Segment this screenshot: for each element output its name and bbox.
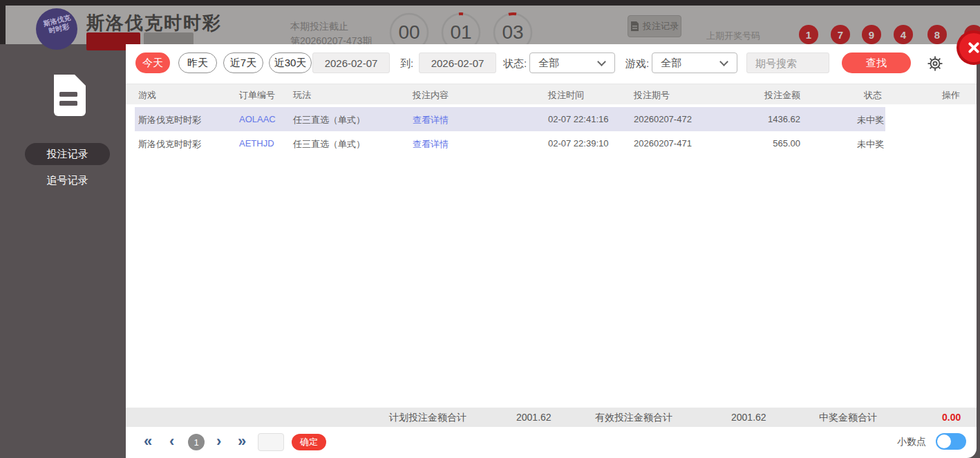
cell-period: 20260207-471 xyxy=(634,138,692,149)
col-action: 操作 xyxy=(942,89,960,102)
status-select[interactable]: 全部 xyxy=(529,53,615,73)
filter-7days-button[interactable]: 近7天 xyxy=(223,53,263,73)
close-button-face xyxy=(959,33,980,62)
screen: 斯洛伐克 时时彩 斯洛伐克时时彩 本期投注截止 第20260207-473期 0… xyxy=(0,0,980,458)
col-status: 状态 xyxy=(864,89,882,102)
cell-game: 斯洛伐克时时彩 xyxy=(138,138,201,151)
search-button[interactable]: 查找 xyxy=(842,53,911,73)
plan-total-value: 2001.62 xyxy=(516,412,552,423)
draw-ball: 1 xyxy=(799,25,818,44)
col-order: 订单编号 xyxy=(239,89,275,102)
col-period: 投注期号 xyxy=(634,89,670,102)
col-amount: 投注金额 xyxy=(759,89,800,102)
first-page-button[interactable]: « xyxy=(144,431,152,452)
cell-time: 02-07 22:39:10 xyxy=(548,138,608,149)
date-from-input[interactable] xyxy=(312,53,390,73)
page-confirm-button[interactable]: 确定 xyxy=(292,434,326,450)
filter-today-button[interactable]: 今天 xyxy=(135,53,170,73)
decimal-toggle-label: 小数点 xyxy=(897,436,926,448)
cell-period: 20260207-472 xyxy=(634,114,692,124)
cell-order-link[interactable]: AETHJD xyxy=(239,138,274,149)
game-select-value: 全部 xyxy=(661,57,721,70)
view-details-link[interactable]: 查看详情 xyxy=(413,114,449,126)
col-time: 投注时间 xyxy=(548,89,584,102)
cell-play: 任三直选（单式） xyxy=(293,138,365,151)
left-strip xyxy=(0,6,6,44)
gear-icon[interactable] xyxy=(926,55,944,75)
lottery-logo-text: 斯洛伐克 时时彩 xyxy=(40,13,76,37)
prev-page-button[interactable]: ‹ xyxy=(169,431,174,452)
bet-records-modal: 今天 昨天 近7天 近30天 到: 状态: 全部 游戏: 全部 查找 xyxy=(126,44,977,458)
game-select[interactable]: 全部 xyxy=(652,53,737,73)
cell-amount: 565.00 xyxy=(713,138,800,149)
view-details-link[interactable]: 查看详情 xyxy=(413,138,449,151)
valid-total-label: 有效投注金额合计 xyxy=(595,412,672,424)
toggle-knob xyxy=(937,435,951,448)
cell-amount: 1436.62 xyxy=(713,114,800,124)
records-file-icon xyxy=(48,73,88,116)
status-select-value: 全部 xyxy=(538,57,599,70)
cell-play: 任三直选（单式） xyxy=(293,114,365,126)
date-to-input[interactable] xyxy=(419,53,496,73)
col-play: 玩法 xyxy=(293,89,311,102)
date-to-label: 到: xyxy=(400,57,413,70)
col-content: 投注内容 xyxy=(413,89,449,102)
draw-ball: 4 xyxy=(894,25,913,44)
lottery-logo: 斯洛伐克 时时彩 xyxy=(36,8,77,50)
top-strip xyxy=(0,0,980,6)
cell-time: 02-07 22:41:16 xyxy=(548,114,608,124)
last-draw-label: 上期开奖号码 xyxy=(706,30,760,42)
filter-yesterday-button[interactable]: 昨天 xyxy=(178,53,217,73)
cell-status: 未中奖 xyxy=(857,114,884,126)
summary-bar: 计划投注金额合计 2001.62 有效投注金额合计 2001.62 中奖金额合计… xyxy=(126,408,977,427)
decimal-toggle[interactable] xyxy=(936,433,966,450)
current-page-indicator[interactable]: 1 xyxy=(188,434,205,450)
status-label: 状态: xyxy=(503,57,527,70)
bet-record-header-button[interactable]: 投注记录 xyxy=(628,15,681,37)
draw-ball: 8 xyxy=(927,25,947,44)
win-total-label: 中奖金额合计 xyxy=(819,412,877,424)
cell-status: 未中奖 xyxy=(857,138,884,151)
cell-game: 斯洛伐克时时彩 xyxy=(138,114,201,126)
sidebar-item-chase-records[interactable]: 追号记录 xyxy=(25,173,110,188)
cell-order-link[interactable]: AOLAAC xyxy=(239,114,276,124)
chevron-down-icon xyxy=(597,57,606,66)
chevron-down-icon xyxy=(719,57,728,66)
deadline-label: 本期投注截止 xyxy=(290,21,348,33)
filter-30days-button[interactable]: 近30天 xyxy=(269,53,312,73)
sidebar-item-bet-records[interactable]: 投注记录 xyxy=(25,143,110,165)
draw-ball: 7 xyxy=(831,25,850,44)
bet-record-header-label: 投注记录 xyxy=(643,20,679,32)
pagination: « ‹ 1 › » 确定 小数点 xyxy=(126,427,977,458)
last-page-button[interactable]: » xyxy=(238,431,246,452)
page-number-input[interactable] xyxy=(258,433,284,451)
col-game: 游戏 xyxy=(138,89,156,102)
valid-total-value: 2001.62 xyxy=(731,412,766,423)
document-icon xyxy=(630,21,639,32)
period-search-input[interactable] xyxy=(746,53,829,73)
win-total-value: 0.00 xyxy=(942,412,961,423)
draw-ball: 9 xyxy=(862,25,881,44)
table-row[interactable]: 斯洛伐克时时彩 AETHJD 任三直选（单式） 查看详情 02-07 22:39… xyxy=(126,131,977,155)
table-row[interactable]: 斯洛伐克时时彩 AOLAAC 任三直选（单式） 查看详情 02-07 22:41… xyxy=(126,107,977,131)
plan-total-label: 计划投注金额合计 xyxy=(389,412,467,424)
page-title: 斯洛伐克时时彩 xyxy=(86,11,222,35)
table-header: 游戏 订单编号 玩法 投注内容 投注时间 投注期号 投注金额 状态 操作 xyxy=(126,84,977,104)
game-label: 游戏: xyxy=(625,57,649,70)
next-page-button[interactable]: › xyxy=(216,431,221,452)
